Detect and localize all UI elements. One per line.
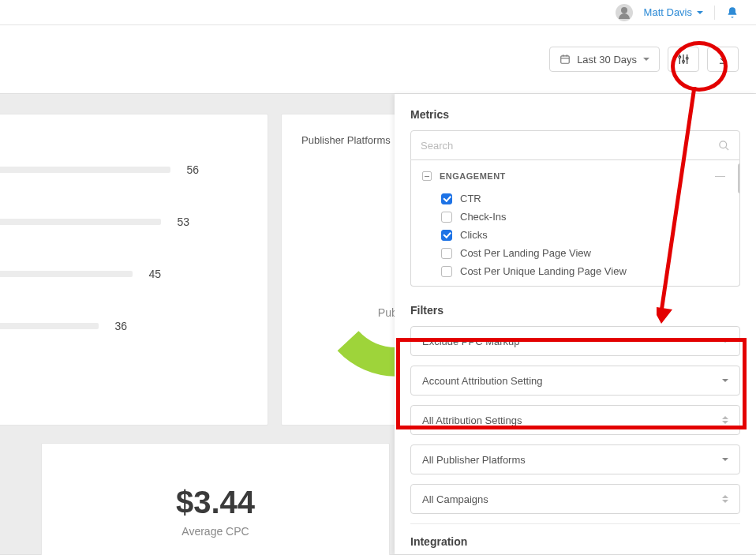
kpi-value: $3.44 [176,485,255,520]
chevron-down-icon [722,379,728,382]
metrics-list: ENGAGEMENT — CTRCheck-InsClicksCost Per … [410,160,740,287]
export-button[interactable] [707,47,739,72]
metric-label: CTR [460,193,481,204]
filter-all-platforms[interactable]: All Publisher Platforms [410,444,740,474]
bar [0,323,99,329]
bar-list-card: 56534536 [0,114,268,426]
integration-heading: Integration [410,535,740,548]
updown-icon [722,495,728,503]
bar-row: 53 [0,216,268,228]
svg-line-13 [725,147,728,150]
filter-label: All Publisher Platforms [422,454,526,466]
svg-point-9 [686,57,688,59]
metrics-heading: Metrics [410,108,740,121]
download-icon [717,54,728,65]
bar-value: 53 [170,216,189,228]
metrics-search-input[interactable] [421,140,718,152]
chevron-down-icon [722,339,728,343]
kpi-card: $3.44 Average CPC [41,443,390,555]
metric-item[interactable]: Clicks [422,226,728,244]
metric-item[interactable]: Check-Ins [422,208,728,226]
scrollbar-thumb[interactable] [738,163,740,193]
metric-label: Cost Per Landing Page View [460,247,591,259]
bell-icon[interactable] [726,6,739,19]
settings-panel: Metrics ENGAGEMENT — CTRCheck-InsClicksC… [395,94,756,554]
metric-label: Check-Ins [460,211,507,223]
svg-point-12 [720,141,727,148]
calendar-icon [560,54,571,65]
dashboard-area: 56534536 $3.44 Average CPC Publisher Pla… [0,93,756,555]
bar-value: 36 [108,320,127,332]
checkbox[interactable] [441,230,452,241]
svg-point-8 [683,60,685,62]
filter-all-campaigns[interactable]: All Campaigns [410,484,740,514]
settings-sliders-button[interactable] [668,47,699,72]
divider [714,6,715,20]
updown-icon [722,416,728,424]
filter-all-attribution[interactable]: All Attribution Settings [410,405,740,435]
metrics-group-title: ENGAGEMENT [440,171,506,181]
search-icon [718,140,730,152]
user-name-text: Matt Davis [644,6,692,18]
metric-label: Clicks [460,229,488,241]
date-range-button[interactable]: Last 30 Days [549,47,660,72]
metric-item[interactable]: Cost Per Landing Page View [422,244,728,262]
checkbox[interactable] [441,248,452,259]
checkbox[interactable] [441,266,452,277]
metric-item[interactable]: Cost Per Unique Landing Page View [422,262,728,280]
top-bar: Matt Davis [0,0,756,25]
bar-row: 36 [0,320,268,332]
divider [410,523,740,524]
metric-label: Cost Per Unique Landing Page View [460,265,627,277]
toolbar: Last 30 Days [0,25,756,93]
bar [0,167,170,173]
filter-label: All Attribution Settings [422,414,522,426]
chevron-down-icon [697,11,703,14]
caret-down-icon [643,58,649,61]
bar-value: 45 [142,268,161,280]
user-menu[interactable]: Matt Davis [644,6,703,18]
filter-exclude-ppc[interactable]: Exclude PPC Markup [410,326,740,356]
checkbox[interactable] [441,193,452,204]
bar-value: 56 [180,163,199,176]
dash-icon: — [715,170,725,182]
metric-item[interactable]: CTR [422,189,728,208]
bar-row: 56 [0,163,268,176]
filter-label: Exclude PPC Markup [422,336,520,347]
svg-rect-0 [561,56,570,63]
collapse-icon [422,171,432,181]
filter-label: Account Attribution Setting [422,375,542,387]
filters-heading: Filters [410,304,740,317]
metrics-search[interactable] [410,130,740,160]
chevron-down-icon [722,458,728,461]
svg-point-7 [679,56,681,58]
bar [0,219,161,225]
bar-row: 45 [0,268,268,280]
filter-account-attribution[interactable]: Account Attribution Setting [410,366,740,396]
sliders-icon [677,53,690,66]
avatar[interactable] [616,4,633,21]
filter-label: All Campaigns [422,493,488,505]
metrics-group-header[interactable]: ENGAGEMENT — [422,160,728,189]
kpi-label: Average CPC [182,525,249,538]
checkbox[interactable] [441,212,452,223]
bar [0,271,133,277]
date-range-label: Last 30 Days [577,54,637,66]
